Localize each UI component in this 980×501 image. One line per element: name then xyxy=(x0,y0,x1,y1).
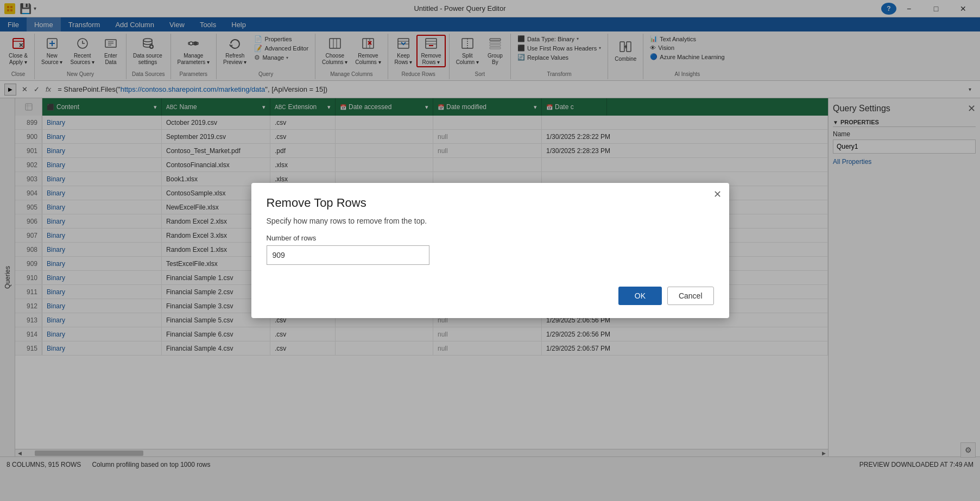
modal-title: Remove Top Rows xyxy=(267,196,714,210)
remove-top-rows-dialog: ✕ Remove Top Rows Specify how many rows … xyxy=(251,183,729,318)
modal-buttons: OK Cancel xyxy=(267,287,714,305)
modal-close-button[interactable]: ✕ xyxy=(713,188,722,200)
modal-description: Specify how many rows to remove from the… xyxy=(267,217,714,225)
modal-cancel-button[interactable]: Cancel xyxy=(667,287,714,305)
modal-ok-button[interactable]: OK xyxy=(618,287,662,305)
number-of-rows-label: Number of rows xyxy=(267,234,714,242)
number-of-rows-input[interactable] xyxy=(267,245,429,265)
modal-overlay: ✕ Remove Top Rows Specify how many rows … xyxy=(0,0,980,501)
